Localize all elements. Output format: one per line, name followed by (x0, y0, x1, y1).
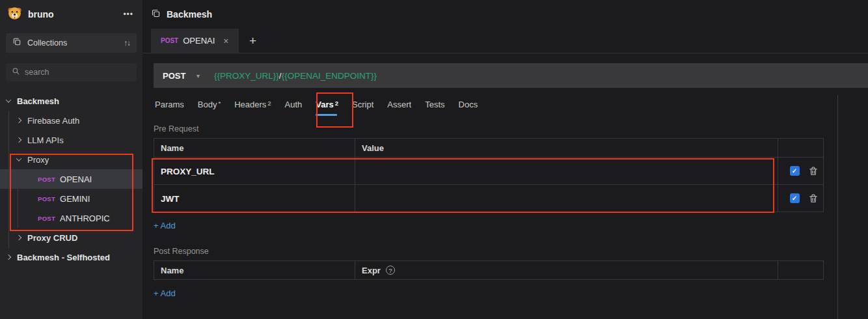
tree-item-label: Proxy CRUD (27, 233, 77, 243)
method-selector[interactable]: POST (163, 71, 197, 81)
chevron-down-icon (16, 156, 21, 161)
tree-item-label: Proxy (27, 155, 49, 165)
tab-auth[interactable]: Auth (284, 88, 304, 120)
var-value-cell[interactable] (355, 158, 778, 185)
request-pane: Params Body* Headers2 Auth Vars2 Script … (142, 88, 868, 299)
bruno-dog-logo-icon (7, 6, 22, 23)
collections-label: Collections (27, 38, 67, 48)
var-row-proxy-url: PROXY_URL ✓ (154, 158, 824, 185)
var-enabled-checkbox[interactable]: ✓ (790, 193, 800, 203)
app-name: bruno (28, 9, 54, 20)
tree-item-request-openai[interactable]: POST OPENAI (0, 169, 142, 189)
tab-name: OPENAI (183, 36, 215, 46)
collection-title: Backmesh (167, 9, 212, 20)
tab-label: Tests (425, 100, 444, 109)
collection-tree: Backmesh Firebase Auth LLM APIs Proxy PO… (0, 91, 142, 267)
tree-item-label: GEMINI (60, 194, 90, 204)
tab-params[interactable]: Params (154, 88, 185, 120)
tree-item-backmesh-selfhosted[interactable]: Backmesh - Selfhosted (0, 247, 142, 267)
pre-request-vars-table: Name Value PROXY_URL ✓ (154, 138, 824, 212)
tab-label: Body (198, 100, 217, 109)
delete-var-trash-icon[interactable] (808, 193, 819, 204)
var-name-cell[interactable]: PROXY_URL (161, 167, 215, 176)
column-header-actions (778, 139, 824, 158)
tree-item-label: Firebase Auth (27, 116, 79, 126)
add-pre-request-var-button[interactable]: + Add (154, 221, 176, 230)
pre-request-label: Pre Request (154, 124, 868, 133)
open-request-tab-openai[interactable]: POST OPENAI × (151, 29, 239, 53)
tree-item-request-anthropic[interactable]: POST ANTHROPIC (0, 208, 142, 228)
post-response-vars-table: Name Expr ? (154, 260, 824, 280)
pane-resize-divider[interactable] (837, 95, 838, 319)
tab-label: Assert (387, 100, 411, 109)
table-header-row: Name Expr ? (154, 261, 824, 280)
sort-icon[interactable]: ↑↓ (124, 39, 131, 47)
sidebar-menu-icon[interactable]: ••• (123, 10, 133, 19)
tree-item-firebase-auth[interactable]: Firebase Auth (0, 111, 142, 130)
tab-count-badge: 2 (267, 100, 271, 107)
var-value-cell[interactable] (355, 185, 778, 212)
chevron-down-icon (6, 97, 11, 102)
delete-var-trash-icon[interactable] (808, 166, 819, 176)
chevron-right-icon (16, 235, 21, 240)
var-enabled-checkbox[interactable]: ✓ (790, 166, 800, 176)
var-row-jwt: JWT ✓ (154, 185, 824, 212)
tab-docs[interactable]: Docs (457, 88, 480, 120)
tree-item-proxy[interactable]: Proxy (0, 150, 142, 169)
url-variable: {{PROXY_URL}} (214, 71, 279, 81)
column-header-label: Expr (362, 266, 381, 275)
sidebar: bruno ••• Collections ↑↓ search (0, 0, 142, 319)
method-badge: POST (38, 195, 55, 202)
tab-assert[interactable]: Assert (386, 88, 413, 120)
collections-stack-icon (12, 37, 21, 49)
chevron-right-icon (16, 118, 21, 123)
tab-vars[interactable]: Vars2 (314, 88, 340, 120)
column-header-name: Name (154, 261, 355, 280)
new-tab-button[interactable]: + (239, 29, 267, 53)
tab-label: Vars (316, 100, 333, 109)
tree-item-request-gemini[interactable]: POST GEMINI (0, 189, 142, 208)
url-input[interactable]: {{PROXY_URL}}/{{OPENAI_ENDPOINT}} (214, 71, 377, 81)
expr-help-icon[interactable]: ? (386, 266, 395, 275)
tab-method-badge: POST (161, 37, 178, 44)
tree-item-llm-apis[interactable]: LLM APIs (0, 130, 142, 150)
url-bar: POST ▾ {{PROXY_URL}}/{{OPENAI_ENDPOINT}} (154, 63, 868, 88)
search-input[interactable]: search (6, 63, 137, 81)
tab-tests[interactable]: Tests (424, 88, 446, 120)
chevron-right-icon (16, 137, 21, 143)
collection-pages-icon (151, 8, 161, 21)
tree-item-label: Backmesh (17, 96, 59, 106)
tab-label: Params (155, 100, 184, 109)
main-panel: Backmesh POST OPENAI × + POST ▾ {{PROXY_… (142, 0, 868, 319)
close-tab-icon[interactable]: × (223, 36, 228, 46)
tab-headers[interactable]: Headers2 (233, 88, 272, 120)
column-header-value: Value (355, 139, 778, 158)
app-header: bruno ••• (0, 0, 142, 29)
tab-label: Headers (234, 100, 266, 109)
tab-count-badge: 2 (335, 100, 338, 107)
tab-modified-indicator: * (218, 100, 221, 107)
tab-script[interactable]: Script (351, 88, 375, 120)
tab-body[interactable]: Body* (197, 88, 222, 120)
tree-item-label: OPENAI (60, 174, 92, 184)
request-tab-bar: POST OPENAI × + (142, 29, 868, 53)
tree-item-label: LLM APIs (27, 135, 64, 145)
post-response-label: Post Response (154, 247, 868, 256)
collection-header: Backmesh (142, 0, 868, 29)
url-variable: {{OPENAI_ENDPOINT}} (282, 71, 377, 81)
tree-item-label: ANTHROPIC (60, 214, 110, 223)
table-header-row: Name Value (154, 139, 824, 158)
tree-item-backmesh[interactable]: Backmesh (0, 91, 142, 111)
collections-header[interactable]: Collections ↑↓ (6, 33, 137, 53)
column-header-name: Name (154, 139, 355, 158)
column-header-actions (778, 261, 824, 280)
bruno-app-window: bruno ••• Collections ↑↓ search (0, 0, 868, 319)
tree-item-proxy-crud[interactable]: Proxy CRUD (0, 228, 142, 247)
tab-label: Auth (285, 100, 303, 109)
tab-label: Docs (459, 100, 478, 109)
chevron-right-icon (6, 255, 11, 260)
add-post-response-var-button[interactable]: + Add (154, 288, 176, 298)
var-name-cell[interactable]: JWT (161, 194, 180, 204)
method-dropdown-caret-icon[interactable]: ▾ (197, 72, 200, 79)
request-pane-tabs: Params Body* Headers2 Auth Vars2 Script … (154, 88, 868, 120)
